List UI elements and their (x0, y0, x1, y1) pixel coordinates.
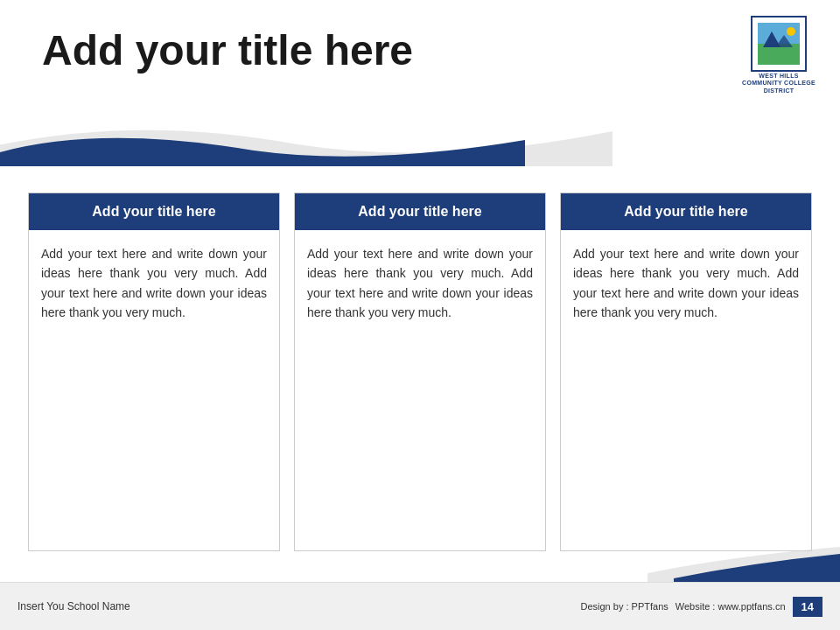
column-2: Add your title here Add your text here a… (294, 192, 546, 551)
footer-school-name: Insert You School Name (18, 600, 581, 612)
main-title: Add your title here (42, 26, 413, 74)
column-2-body: Add your text here and write down your i… (295, 230, 545, 550)
footer-right: Design by : PPTfans Website : www.pptfan… (581, 597, 823, 617)
column-1-body: Add your text here and write down your i… (29, 230, 279, 550)
logo-area: WEST HILLSCOMMUNITY COLLEGEDISTRICT (742, 16, 816, 94)
logo-box (751, 16, 807, 72)
slide: Add your title here WEST HILLSCO (0, 0, 840, 630)
columns-area: Add your title here Add your text here a… (28, 192, 812, 551)
logo-text: WEST HILLSCOMMUNITY COLLEGEDISTRICT (742, 73, 816, 94)
logo-icon (758, 23, 800, 65)
column-3-body: Add your text here and write down your i… (561, 230, 811, 550)
swoosh-bottom (560, 547, 840, 582)
header: Add your title here WEST HILLSCO (0, 0, 840, 175)
column-1: Add your title here Add your text here a… (28, 192, 280, 551)
swoosh-top (0, 96, 840, 166)
column-2-header: Add your title here (295, 193, 545, 230)
footer-website: Website : www.pptfans.cn (676, 601, 786, 612)
page-number: 14 (793, 597, 822, 617)
column-3: Add your title here Add your text here a… (560, 192, 812, 551)
footer: Insert You School Name Design by : PPTfa… (0, 582, 840, 630)
column-1-header: Add your title here (29, 193, 279, 230)
footer-design-by: Design by : PPTfans (581, 601, 668, 612)
svg-point-5 (787, 27, 795, 36)
column-3-header: Add your title here (561, 193, 811, 230)
